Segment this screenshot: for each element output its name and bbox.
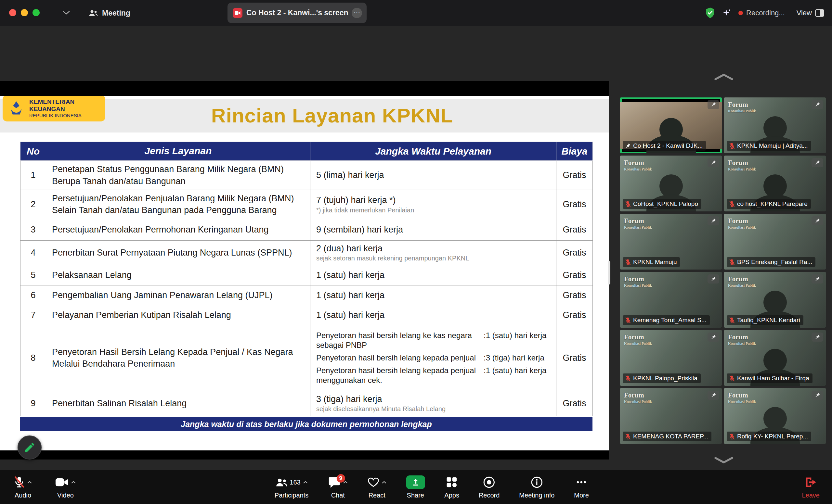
duration-note: sejak diselesaikannya Minuta Risalah Lel… (316, 405, 550, 413)
tile-pin-button[interactable] (707, 274, 719, 283)
participant-tile[interactable]: ForumKonsultasi PublikKanwil Ham Sulbar … (724, 330, 826, 386)
tab-meeting[interactable]: Meeting (88, 6, 130, 20)
participant-name: Kemenag Torut_Amsal S... (633, 317, 706, 324)
close-button[interactable] (9, 9, 16, 16)
row-duration: 1 (satu) hari kerja (310, 265, 556, 285)
tile-pin-button[interactable] (811, 391, 823, 400)
tab-screen-share[interactable]: Co Host 2 - Kanwi...'s screen ⋯ (228, 3, 367, 23)
duration-item: Penyetoran hasil bersih lelang kepada pe… (316, 366, 550, 385)
recording-indicator[interactable]: Recording... (738, 9, 785, 17)
audio-options-chevron[interactable] (27, 481, 32, 484)
table-row: 5Pelaksanaan Lelang1 (satu) hari kerjaGr… (21, 265, 593, 285)
zoom-window-button[interactable] (32, 9, 40, 16)
table-row: 6Pengembalian Uang Jaminan Penawaran Lel… (21, 285, 593, 305)
participants-button[interactable]: 163 Participants (275, 475, 309, 499)
participant-tile[interactable]: ForumKonsultasi PublikKemenag Torut_Amsa… (620, 272, 722, 328)
chat-bubble-icon: 9 (328, 477, 340, 488)
react-button[interactable]: React (367, 475, 386, 499)
video-options-chevron[interactable] (71, 481, 76, 484)
participant-gallery: Co Host 2 - Kanwil DJK...ForumKonsultasi… (620, 97, 826, 444)
view-label: View (797, 9, 812, 17)
logo-line2: REPUBLIK INDONESIA (29, 113, 101, 118)
row-fee: Gratis (556, 265, 593, 285)
gallery-scroll-up[interactable] (714, 73, 734, 81)
row-fee: Gratis (556, 285, 593, 305)
more-button[interactable]: More (574, 475, 589, 499)
participant-name-label: Kemenag Torut_Amsal S... (623, 315, 710, 325)
participant-name-label: KPKNL Palopo_Priskila (623, 373, 701, 383)
row-number: 9 (21, 391, 46, 416)
more-label: More (574, 492, 589, 499)
row-fee: Gratis (556, 305, 593, 325)
record-icon (483, 476, 495, 488)
participant-tile[interactable]: ForumKonsultasi PublikTaufiq_KPKNL Kenda… (724, 272, 826, 328)
participant-tile[interactable]: Co Host 2 - Kanwil DJK... (620, 97, 722, 153)
share-button[interactable]: Share (406, 475, 425, 499)
tile-pin-button[interactable] (811, 100, 823, 109)
mic-muted-icon (729, 259, 735, 265)
tile-pin-button[interactable] (707, 100, 719, 109)
heart-icon (367, 477, 379, 487)
gallery-scroll-down[interactable] (714, 456, 734, 465)
tile-pin-button[interactable] (811, 216, 823, 225)
info-icon (531, 476, 543, 488)
row-service: Penyetoran Hasil Bersih Lelang Kepada Pe… (46, 325, 310, 391)
titlebar: Meeting Co Host 2 - Kanwi...'s screen ⋯ … (0, 0, 832, 26)
participant-name-label: BPS Enrekang_Faslul Ra... (727, 257, 815, 267)
tile-pin-button[interactable] (707, 391, 719, 400)
tile-pin-button[interactable] (811, 333, 823, 342)
participant-tile[interactable]: ForumKonsultasi PublikBPS Enrekang_Faslu… (724, 214, 826, 270)
tile-pin-button[interactable] (707, 333, 719, 342)
participant-tile[interactable]: ForumKonsultasi PublikKPKNL Mamuju (620, 214, 722, 270)
annotation-pencil-button[interactable] (18, 436, 42, 459)
tile-pin-button[interactable] (707, 158, 719, 167)
row-fee: Gratis (556, 161, 593, 190)
ai-companion-icon[interactable] (722, 8, 731, 18)
service-table: No Jenis Layanan Jangka Waktu Pelayanan … (20, 142, 593, 416)
participant-tile[interactable]: ForumKonsultasi PublikKEMENAG KOTA PAREP… (620, 388, 722, 444)
service-table-body: 1Penetapan Status Penggunaan Barang Mili… (21, 161, 593, 416)
chat-button[interactable]: 9 Chat (328, 475, 348, 499)
view-layout-icon (815, 9, 824, 17)
audio-button[interactable]: Audio (14, 475, 32, 499)
recording-label: Recording... (746, 9, 785, 17)
react-options-chevron[interactable] (381, 481, 386, 484)
tile-pin-button[interactable] (811, 274, 823, 283)
participant-tile[interactable]: ForumKonsultasi PublikCoHost_KPKNL Palop… (620, 156, 722, 212)
participant-tile[interactable]: ForumKonsultasi PublikKPKNL Palopo_Prisk… (620, 330, 722, 386)
view-button[interactable]: View (797, 9, 824, 17)
row-number: 7 (21, 305, 46, 325)
panel-resize-handle[interactable] (608, 261, 610, 284)
row-service: Persetujuan/Penolakan Penjualan Barang M… (46, 190, 310, 219)
minimize-button[interactable] (21, 9, 28, 16)
record-button[interactable]: Record (479, 475, 499, 499)
security-shield-icon[interactable] (705, 7, 715, 18)
leave-button[interactable]: Leave (802, 475, 820, 499)
participants-options-chevron[interactable] (303, 481, 308, 484)
mic-muted-icon (625, 201, 631, 207)
table-row: 9Penerbitan Salinan Risalah Lelang3 (tig… (21, 391, 593, 416)
virtual-background-label: ForumKonsultasi Publik (624, 275, 652, 288)
meeting-info-button[interactable]: Meeting info (519, 475, 554, 499)
tab-options-icon[interactable]: ⋯ (352, 8, 362, 18)
participant-tile[interactable]: ForumKonsultasi Publikco host_KPKNL Pare… (724, 156, 826, 212)
video-button[interactable]: Video (55, 475, 76, 499)
share-label: Share (407, 492, 424, 499)
leave-icon (804, 477, 817, 488)
row-duration: 5 (lima) hari kerja (310, 161, 556, 190)
mic-muted-icon (729, 375, 735, 382)
participant-tile[interactable]: ForumKonsultasi PublikRofiq KY- KPKNL Pa… (724, 388, 826, 444)
chevron-down-icon[interactable] (62, 10, 70, 15)
header-duration: Jangka Waktu Pelayanan (310, 142, 556, 161)
table-row: 8Penyetoran Hasil Bersih Lelang Kepada P… (21, 325, 593, 391)
row-number: 2 (21, 190, 46, 219)
apps-button[interactable]: Apps (444, 475, 459, 499)
participant-tile[interactable]: ForumKonsultasi PublikKPKNL Mamuju | Adi… (724, 97, 826, 153)
tile-pin-button[interactable] (707, 216, 719, 225)
row-fee: Gratis (556, 391, 593, 416)
react-label: React (368, 492, 386, 499)
table-row: 4Penerbitan Surat Pernyataan Piutang Neg… (21, 240, 593, 265)
row-fee: Gratis (556, 325, 593, 391)
participant-name-label: co host_KPKNL Parepare (727, 199, 811, 209)
tile-pin-button[interactable] (811, 158, 823, 167)
